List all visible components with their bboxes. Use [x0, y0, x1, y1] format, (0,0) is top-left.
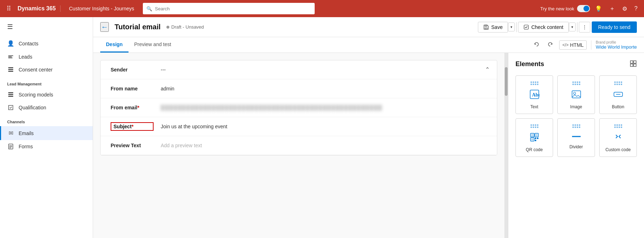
element-button[interactable]: Button: [599, 75, 637, 114]
from-name-field: From name admin: [101, 79, 497, 98]
lightbulb-icon[interactable]: 💡: [593, 3, 604, 14]
from-name-value[interactable]: admin: [161, 84, 487, 93]
forms-icon: [7, 144, 14, 149]
ready-to-send-button[interactable]: Ready to send: [592, 21, 637, 33]
settings-icon[interactable]: ⚙: [620, 3, 629, 14]
customcode-element-label: Custom code: [605, 147, 631, 152]
element-divider[interactable]: Divider: [557, 118, 595, 157]
svg-rect-32: [535, 138, 536, 139]
check-content-button[interactable]: Check content: [518, 22, 569, 33]
divider-element-label: Divider: [570, 144, 583, 149]
scrollbar-thumb[interactable]: [505, 67, 508, 96]
app-brand: Dynamics 365: [18, 5, 60, 12]
check-content-dropdown-button[interactable]: ▾: [569, 23, 576, 31]
module-name[interactable]: Customer Insights - Journeys: [65, 6, 139, 11]
svg-rect-13: [485, 28, 487, 29]
button-element-label: Button: [612, 104, 624, 109]
subject-label: Subject*: [111, 122, 154, 131]
add-icon[interactable]: ＋: [607, 3, 617, 15]
sender-value[interactable]: ---: [161, 65, 487, 74]
qualification-icon: [7, 105, 14, 110]
svg-rect-11: [9, 147, 12, 147]
html-button[interactable]: </> HTML: [559, 40, 587, 50]
elements-grid: Abc Text Image: [515, 75, 637, 157]
channels-header: Channels: [0, 114, 93, 126]
brand-profile-value[interactable]: Wide World Importe: [596, 44, 637, 50]
back-button[interactable]: ←: [100, 22, 109, 32]
work-area: Sender --- ⌃ From name admin From email*: [93, 53, 644, 238]
top-navigation: ⠿ Dynamics 365 Customer Insights - Journ…: [0, 0, 644, 17]
brand-profile-label: Brand profile: [596, 40, 616, 44]
redo-icon[interactable]: [546, 40, 555, 50]
collapse-icon[interactable]: ⌃: [485, 66, 490, 73]
from-email-field: From email* ████████████████████████████…: [101, 98, 497, 117]
sidebar-item-leads[interactable]: Leads: [0, 50, 93, 63]
toolbar: ← Tutorial email Draft - Unsaved Save ▾ …: [93, 17, 644, 37]
email-icon: ✉: [7, 130, 14, 137]
svg-text:Abc: Abc: [532, 92, 539, 98]
svg-rect-3: [8, 67, 13, 68]
svg-rect-16: [630, 61, 633, 63]
sender-field: Sender --- ⌃: [101, 60, 497, 79]
required-star-email: *: [137, 105, 139, 110]
svg-rect-18: [630, 64, 633, 66]
search-input[interactable]: [155, 6, 311, 11]
sidebar-item-contacts[interactable]: 👤 Contacts: [0, 36, 93, 50]
tabs-bar: Design Preview and test </> HTML B: [93, 37, 644, 53]
sidebar-item-scoring[interactable]: Scoring models: [0, 88, 93, 101]
sidebar-hamburger-icon[interactable]: ☰: [0, 17, 93, 36]
person-icon: 👤: [7, 40, 14, 47]
element-text[interactable]: Abc Text: [515, 75, 553, 114]
tab-preview[interactable]: Preview and test: [129, 37, 177, 53]
element-qrcode[interactable]: QR code: [515, 118, 553, 157]
try-new-toggle[interactable]: [577, 5, 590, 12]
email-form-panel: Sender --- ⌃ From name admin From email*: [93, 53, 504, 238]
status-badge: Draft - Unsaved: [166, 24, 204, 30]
search-bar[interactable]: 🔍: [143, 3, 315, 14]
scrollbar[interactable]: [504, 53, 508, 238]
svg-rect-5: [8, 71, 13, 72]
brand-profile: Brand profile Wide World Importe: [591, 40, 637, 50]
sidebar-consent-label: Consent center: [19, 67, 53, 73]
main-layout: ☰ 👤 Contacts Leads Consent center Lead M…: [0, 17, 644, 238]
sidebar-item-consent[interactable]: Consent center: [0, 63, 93, 76]
button-element-icon: [613, 89, 623, 101]
svg-rect-29: [536, 134, 538, 136]
svg-rect-1: [8, 56, 12, 57]
svg-rect-19: [634, 64, 636, 66]
elements-view-toggle-icon[interactable]: [630, 60, 637, 68]
elements-title: Elements: [515, 60, 544, 68]
save-button[interactable]: Save: [478, 22, 508, 33]
more-options-button[interactable]: ⋮: [579, 22, 590, 33]
element-image-dots: [572, 81, 580, 85]
save-label: Save: [491, 24, 503, 30]
preview-text-field: Preview Text Add a preview text: [101, 136, 497, 155]
tab-preview-label: Preview and test: [134, 41, 171, 47]
element-image[interactable]: Image: [557, 75, 595, 114]
preview-text-label: Preview Text: [111, 143, 154, 148]
save-icon: [483, 24, 489, 30]
from-email-value[interactable]: ████████████████████████████████████████…: [161, 103, 487, 112]
sidebar-item-qualification[interactable]: Qualification: [0, 101, 93, 114]
undo-icon[interactable]: [532, 40, 541, 50]
sender-label: Sender: [111, 67, 154, 73]
element-text-dots: [531, 81, 538, 85]
waffle-icon[interactable]: ⠿: [4, 3, 13, 15]
tab-design[interactable]: Design: [100, 37, 129, 53]
html-icon: </>: [562, 43, 568, 48]
tabs-right: </> HTML Brand profile Wide World Import…: [532, 40, 637, 50]
customcode-element-icon: [613, 132, 623, 144]
try-new-label: Try the new look: [540, 6, 574, 11]
help-icon[interactable]: ?: [632, 3, 640, 14]
subject-value[interactable]: Join us at the upcoming event: [161, 122, 487, 131]
preview-text-value[interactable]: Add a preview text: [161, 141, 487, 150]
ready-to-send-label: Ready to send: [598, 24, 630, 30]
element-divider-dots: [572, 124, 580, 128]
scoring-icon: [7, 92, 14, 98]
content-area: ← Tutorial email Draft - Unsaved Save ▾ …: [93, 17, 644, 238]
toolbar-divider-2: [577, 22, 577, 32]
element-customcode[interactable]: Custom code: [599, 118, 637, 157]
sidebar-item-emails[interactable]: ✉ Emails: [0, 126, 93, 140]
save-dropdown-button[interactable]: ▾: [508, 23, 515, 31]
sidebar-item-forms[interactable]: Forms: [0, 140, 93, 153]
